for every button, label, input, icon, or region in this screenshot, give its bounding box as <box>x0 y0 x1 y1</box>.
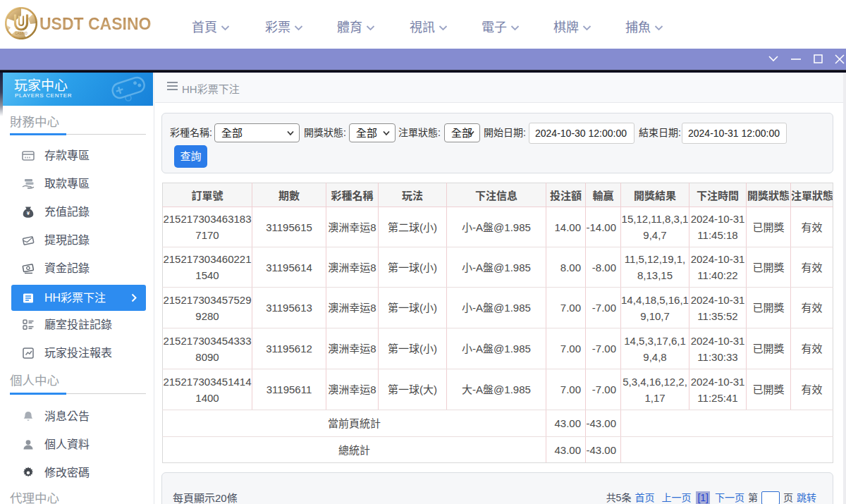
svg-text:CASINO: CASINO <box>15 32 27 35</box>
svg-text:¥: ¥ <box>27 210 30 216</box>
